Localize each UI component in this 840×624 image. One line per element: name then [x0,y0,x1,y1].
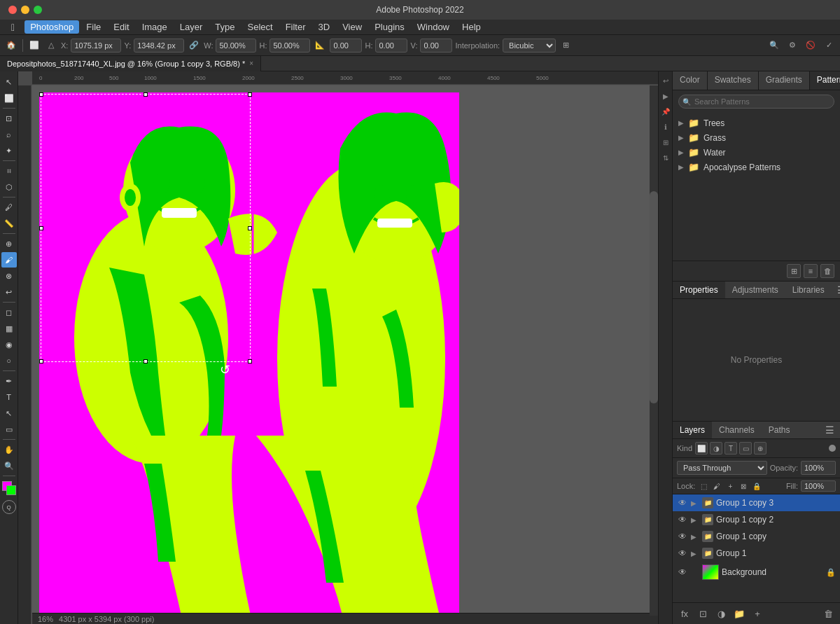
shape-tool[interactable]: ▭ [1,422,17,437]
layer-row-group1copy2[interactable]: 👁 ▶ 📁 Group 1 copy 2 [673,511,840,528]
blend-mode-select[interactable]: Pass Through [677,461,767,475]
h-field[interactable] [270,39,310,53]
filter-active-dot[interactable] [829,445,836,452]
menu-view[interactable]: View [337,20,368,34]
quick-mask-icon[interactable]: Q [2,500,16,514]
layer-row-group1copy[interactable]: 👁 ▶ 📁 Group 1 copy [673,528,840,545]
menu-filter[interactable]: Filter [280,20,312,34]
delete-layer-button[interactable]: 🗑 [820,606,836,621]
interpolation-select[interactable]: Bicubic [503,39,556,53]
history-panel-icon[interactable]: ↩ [659,74,672,87]
add-adjustment-button[interactable]: ◑ [713,606,729,621]
eyedropper-tool[interactable]: 🖋 [1,200,17,215]
tab-adjustments[interactable]: Adjustments [725,282,785,298]
eraser-tool[interactable]: ◻ [1,305,17,320]
filter-smart-icon[interactable]: ⊕ [754,442,766,455]
blur-tool[interactable]: ◉ [1,337,17,352]
pen-tool[interactable]: ✒ [1,373,17,389]
menu-photoshop[interactable]: Photoshop [24,20,79,34]
tab-channels[interactable]: Channels [712,422,762,438]
y-field[interactable] [134,39,184,53]
tab-color[interactable]: Color [673,71,708,90]
menu-help[interactable]: Help [456,20,486,34]
layer-expand-group1[interactable]: ▶ [691,550,699,557]
delete-pattern-btn[interactable]: 🗑 [820,264,834,278]
lock-image-icon[interactable]: 🖌 [711,480,722,492]
lock-artboard-icon[interactable]: ⊠ [738,480,749,492]
tab-patterns[interactable]: Patterns [810,71,840,90]
arrows-icon[interactable]: ⇅ [659,151,672,164]
move-tool[interactable]: ↖ [1,74,17,90]
brush-tool[interactable]: 🖌 [1,252,17,268]
filter-adjustment-icon[interactable]: ◑ [710,442,722,455]
healing-tool[interactable]: ⊕ [1,236,17,251]
filter-pixel-icon[interactable]: ⬜ [695,442,708,455]
tab-paths[interactable]: Paths [762,422,797,438]
maximize-button[interactable] [34,6,42,14]
filter-shape-icon[interactable]: ▭ [739,442,752,455]
layer-expand-group1copy[interactable]: ▶ [691,533,699,541]
pattern-item-grass[interactable]: ▶ 📁 Grass [673,130,840,145]
fx-button[interactable]: fx [677,606,692,621]
close-button[interactable] [8,6,17,14]
pattern-item-apocalypse[interactable]: ▶ 📁 Apocalypse Patterns [673,160,840,174]
properties-menu-icon[interactable]: ☰ [832,282,840,298]
confirm-transform-icon[interactable]: ✓ [822,39,836,53]
lock-position-icon[interactable]: + [724,480,736,492]
hand-tool[interactable]: ✋ [1,442,17,457]
search-icon[interactable]: 🔍 [767,39,781,53]
tab-gradients[interactable]: Gradients [759,71,810,90]
marquee-tool[interactable]: ⊡ [1,111,17,126]
type-tool[interactable]: T [1,389,17,405]
layer-visibility-group1[interactable]: 👁 [677,548,688,558]
filter-toggle[interactable] [829,445,836,452]
menu-image[interactable]: Image [136,20,173,34]
background-color[interactable] [6,485,16,495]
tab-swatches[interactable]: Swatches [708,71,759,90]
minimize-button[interactable] [21,6,29,14]
magic-wand-tool[interactable]: ✦ [1,143,17,158]
add-layer-button[interactable]: + [750,606,765,621]
tab-properties[interactable]: Properties [673,282,725,298]
apple-menu[interactable]:  [6,20,20,34]
ruler-tool[interactable]: 📏 [1,216,17,231]
scrollbar-vertical[interactable] [650,85,658,616]
layer-row-group1copy3[interactable]: 👁 ▶ 📁 Group 1 copy 3 [673,494,840,511]
zoom-tool[interactable]: 🔍 [1,458,17,473]
menu-plugins[interactable]: Plugins [369,20,410,34]
texture-icon[interactable]: ⊞ [659,136,672,148]
add-folder-button[interactable]: 📁 [732,606,747,621]
warp-mesh-icon[interactable]: ⊞ [559,39,573,53]
lock-transparent-icon[interactable]: ⬚ [698,480,709,492]
crop-tool[interactable]: ⌗ [1,163,17,179]
canvas-wrapper[interactable]: ↺ [32,85,658,613]
layer-row-group1[interactable]: 👁 ▶ 📁 Group 1 [673,545,840,562]
tab-close-button[interactable]: × [249,60,253,67]
v-field[interactable] [420,39,452,53]
opacity-field[interactable] [801,461,836,475]
add-mask-button[interactable]: ⊡ [695,606,710,621]
angle-field[interactable] [330,39,362,53]
patterns-search-input[interactable] [678,95,834,109]
menu-window[interactable]: Window [412,20,455,34]
grid-view-btn[interactable]: ⊞ [787,264,801,278]
pin-icon[interactable]: 📌 [659,105,672,118]
lock-all-icon[interactable]: 🔒 [751,480,762,492]
artboard-tool[interactable]: ⬜ [1,90,17,106]
layer-visibility-group1copy3[interactable]: 👁 [677,498,688,508]
play-icon[interactable]: ▶ [659,90,672,102]
list-view-btn[interactable]: ≡ [804,264,818,278]
menu-3d[interactable]: 3D [313,20,336,34]
layer-expand-group1copy3[interactable]: ▶ [691,499,699,507]
color-swatch[interactable] [2,481,16,495]
lasso-tool[interactable]: ⌕ [1,127,17,142]
history-tool[interactable]: ↩ [1,284,17,300]
fill-field[interactable] [801,480,836,492]
layer-expand-group1copy2[interactable]: ▶ [691,516,699,524]
layer-visibility-background[interactable]: 👁 [677,567,688,577]
pattern-item-trees[interactable]: ▶ 📁 Trees [673,116,840,130]
menu-type[interactable]: Type [209,20,240,34]
h2-field[interactable] [375,39,407,53]
menu-select[interactable]: Select [242,20,279,34]
home-icon[interactable]: 🏠 [4,39,18,53]
